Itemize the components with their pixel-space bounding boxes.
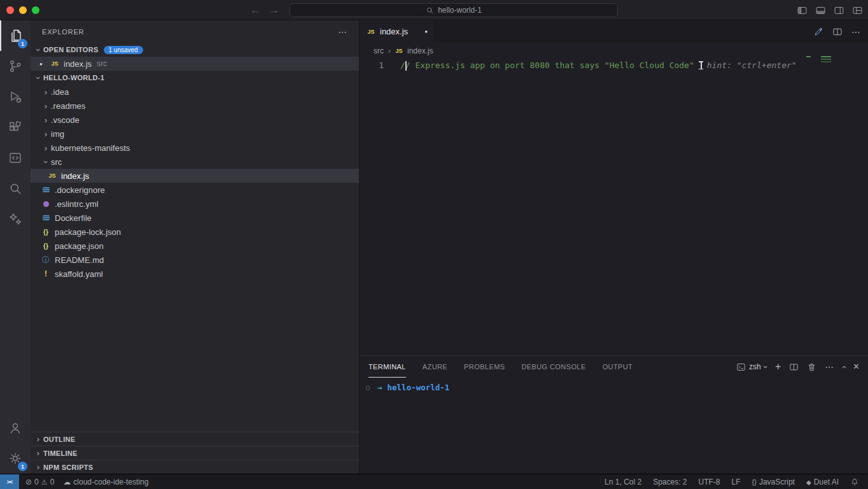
run-debug-activity-button[interactable] xyxy=(0,82,31,112)
duet-ai-icon xyxy=(8,211,23,227)
tree-item-index-js[interactable]: index.js xyxy=(31,169,359,183)
breadcrumb-file[interactable]: index.js xyxy=(407,46,433,55)
tab-output[interactable]: OUTPUT xyxy=(603,356,633,378)
accounts-button[interactable] xyxy=(0,413,31,443)
explorer-badge: 1 xyxy=(18,39,27,48)
duet-ai-status[interactable]: Duet AI xyxy=(806,478,839,486)
tree-item-folder[interactable]: .vscode xyxy=(31,113,359,127)
explorer-more-actions-icon[interactable] xyxy=(338,27,347,37)
tree-item-folder[interactable]: kubernetes-manifests xyxy=(31,141,359,155)
settings-button[interactable]: 1 xyxy=(0,443,31,474)
project-root-header[interactable]: HELLO-WORLD-1 xyxy=(31,71,359,85)
navigate-forward-icon[interactable] xyxy=(269,4,279,16)
panel-more-actions-icon[interactable] xyxy=(825,362,834,372)
open-editors-header[interactable]: OPEN EDITORS 1 unsaved xyxy=(31,43,359,57)
more-actions-icon[interactable] xyxy=(851,27,860,37)
kill-terminal-icon[interactable] xyxy=(807,362,816,372)
toggle-primary-sidebar-icon[interactable] xyxy=(797,5,808,16)
inline-hint: hint: "ctrl+enter" xyxy=(707,60,797,70)
close-panel-icon[interactable] xyxy=(853,361,859,372)
section-label: NPM SCRIPTS xyxy=(43,464,93,471)
language-mode[interactable]: JavaScript xyxy=(752,478,795,486)
toggle-secondary-sidebar-icon[interactable] xyxy=(834,5,844,16)
split-terminal-icon[interactable] xyxy=(789,362,799,372)
command-center-search[interactable]: hello-world-1 xyxy=(290,3,618,17)
tab-index-js[interactable]: index.js xyxy=(360,20,435,43)
minimap[interactable] xyxy=(789,53,840,92)
tree-item-label: .eslintrc.yml xyxy=(55,199,99,209)
source-control-icon xyxy=(8,59,23,74)
close-window-button[interactable] xyxy=(6,6,14,14)
chevron-right-icon xyxy=(33,448,43,458)
tree-item-file[interactable]: Dockerfile xyxy=(31,211,359,225)
tree-item-file[interactable]: .eslintrc.yml xyxy=(31,197,359,211)
command-decoration-icon[interactable] xyxy=(366,384,377,391)
timeline-section-header[interactable]: TIMELINE xyxy=(31,446,359,460)
cloud-code-activity-button[interactable] xyxy=(0,143,31,173)
modified-dot-icon[interactable] xyxy=(424,29,428,34)
problems-status[interactable]: 0 0 xyxy=(25,478,54,486)
section-label: OUTLINE xyxy=(43,436,75,443)
panel-header: TERMINAL AZURE PROBLEMS DEBUG CONSOLE OU… xyxy=(360,356,868,378)
tree-item-folder[interactable]: .readmes xyxy=(31,99,359,113)
source-control-activity-button[interactable] xyxy=(0,51,31,82)
language-label: JavaScript xyxy=(759,478,795,486)
notifications-bell[interactable] xyxy=(850,478,859,486)
maximize-panel-icon[interactable] xyxy=(839,365,848,368)
tree-item-folder[interactable]: .idea xyxy=(31,85,359,99)
remote-indicator[interactable] xyxy=(0,474,19,489)
tree-item-label: Dockerfile xyxy=(55,213,92,223)
tab-terminal[interactable]: TERMINAL xyxy=(368,356,406,378)
search-activity-button[interactable] xyxy=(0,173,31,204)
encoding[interactable]: UTF-8 xyxy=(699,478,720,486)
tab-label: index.js xyxy=(380,27,408,36)
extensions-activity-button[interactable] xyxy=(0,112,31,143)
launch-profile-dropdown[interactable]: zsh xyxy=(736,362,767,372)
tree-item-folder[interactable]: img xyxy=(31,127,359,141)
eol-sequence[interactable]: LF xyxy=(732,478,741,486)
open-editor-detail: src xyxy=(97,59,107,68)
customize-layout-icon[interactable] xyxy=(852,5,863,16)
explorer-activity-button[interactable]: 1 xyxy=(0,20,31,51)
tab-debug-console[interactable]: DEBUG CONSOLE xyxy=(521,356,585,378)
status-bar: 0 0 cloud-code-ide-testing Ln 1, Col 2 S… xyxy=(0,474,868,489)
tree-item-label: package-lock.json xyxy=(55,227,121,237)
open-editor-item[interactable]: index.js src xyxy=(31,57,359,71)
activity-bar: 1 1 xyxy=(0,20,31,474)
js-file-icon xyxy=(47,171,57,181)
cursor-position[interactable]: Ln 1, Col 2 xyxy=(605,478,641,486)
duet-ai-activity-button[interactable] xyxy=(0,204,31,234)
modified-dot-icon[interactable] xyxy=(39,61,50,67)
tree-item-label: .vscode xyxy=(51,115,80,125)
mouse-ibeam-cursor xyxy=(701,61,702,69)
run-debug-icon xyxy=(8,89,23,104)
open-editors-label: OPEN EDITORS xyxy=(43,46,99,53)
tab-problems[interactable]: PROBLEMS xyxy=(464,356,505,378)
tree-item-file[interactable]: package-lock.json xyxy=(31,225,359,239)
tree-item-file[interactable]: package.json xyxy=(31,239,359,253)
breadcrumb-folder[interactable]: src xyxy=(374,46,384,55)
chevron-right-icon xyxy=(33,434,43,444)
cloud-code-status[interactable]: cloud-code-ide-testing xyxy=(63,478,148,486)
tab-azure[interactable]: AZURE xyxy=(423,356,447,378)
indentation[interactable]: Spaces: 2 xyxy=(653,478,687,486)
tree-item-label: .dockerignore xyxy=(55,185,105,195)
duet-code-assist-icon[interactable] xyxy=(813,27,823,37)
tree-item-folder-src[interactable]: src xyxy=(31,155,359,169)
tree-item-file[interactable]: skaffold.yaml xyxy=(31,267,359,281)
toggle-panel-icon[interactable] xyxy=(815,5,826,16)
json-file-icon xyxy=(41,227,51,237)
tree-item-file[interactable]: README.md xyxy=(31,253,359,267)
window-controls xyxy=(6,6,39,14)
new-terminal-icon[interactable] xyxy=(775,361,781,372)
navigate-back-icon[interactable] xyxy=(250,4,260,16)
split-editor-icon[interactable] xyxy=(832,27,843,37)
minimize-window-button[interactable] xyxy=(19,6,27,14)
project-root-label: HELLO-WORLD-1 xyxy=(43,74,104,82)
npm-scripts-section-header[interactable]: NPM SCRIPTS xyxy=(31,460,359,474)
terminal-content[interactable]: → hello-world-1 xyxy=(360,378,868,392)
tree-item-file[interactable]: .dockerignore xyxy=(31,183,359,197)
error-icon xyxy=(25,478,32,486)
outline-section-header[interactable]: OUTLINE xyxy=(31,432,359,446)
zoom-window-button[interactable] xyxy=(32,6,39,14)
